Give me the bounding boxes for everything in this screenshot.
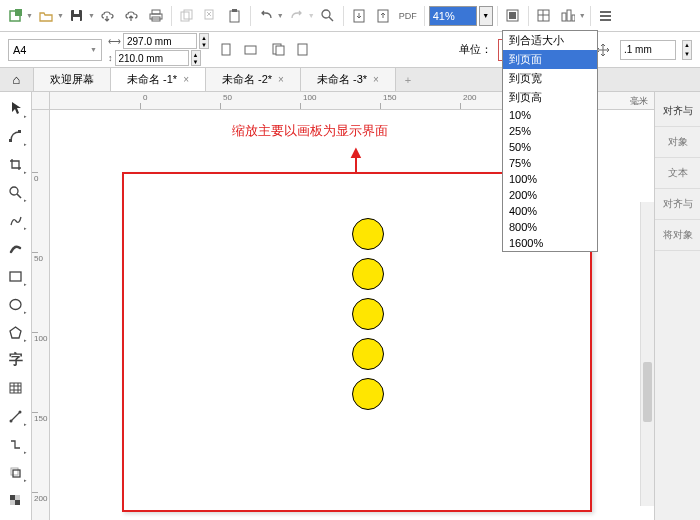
document-tab[interactable]: 未命名 -1*× bbox=[111, 68, 206, 91]
circle-shape[interactable] bbox=[352, 218, 384, 250]
nudge-input[interactable]: .1 mm bbox=[620, 40, 676, 60]
zoom-dropdown-button[interactable]: ▼ bbox=[479, 6, 493, 26]
annotation-text: 缩放主要以画板为显示界面 bbox=[232, 122, 388, 140]
zoom-option[interactable]: 25% bbox=[503, 123, 597, 139]
dimension-tool[interactable]: ▸ bbox=[4, 404, 28, 428]
connector-tool[interactable]: ▸ bbox=[4, 432, 28, 456]
docker-tab[interactable]: 对齐与 bbox=[655, 96, 700, 127]
circle-shape[interactable] bbox=[352, 378, 384, 410]
export-button[interactable] bbox=[372, 5, 394, 27]
transparency-tool[interactable] bbox=[4, 488, 28, 512]
cloud-up-button[interactable] bbox=[121, 5, 143, 27]
close-icon[interactable]: × bbox=[278, 74, 284, 85]
docker-tab[interactable]: 将对象 bbox=[655, 220, 700, 251]
artistic-media-tool[interactable] bbox=[4, 236, 28, 260]
shape-tool[interactable]: ▸ bbox=[4, 124, 28, 148]
docker-tab[interactable]: 对象 bbox=[655, 127, 700, 158]
svg-rect-28 bbox=[222, 44, 230, 55]
docker-tab[interactable]: 对齐与 bbox=[655, 189, 700, 220]
scrollbar-thumb[interactable] bbox=[643, 362, 652, 422]
fullscreen-button[interactable] bbox=[502, 5, 524, 27]
snap-dropdown-icon[interactable]: ▼ bbox=[579, 12, 586, 19]
save-button[interactable] bbox=[66, 5, 88, 27]
zoom-option[interactable]: 400% bbox=[503, 203, 597, 219]
pdf-button[interactable]: PDF bbox=[396, 5, 420, 27]
print-button[interactable] bbox=[145, 5, 167, 27]
save-dropdown-icon[interactable]: ▼ bbox=[88, 12, 95, 19]
search-button[interactable] bbox=[317, 5, 339, 27]
close-icon[interactable]: × bbox=[183, 74, 189, 85]
svg-rect-34 bbox=[18, 130, 21, 133]
vertical-scrollbar[interactable] bbox=[640, 202, 654, 506]
separator bbox=[171, 6, 172, 26]
svg-rect-9 bbox=[184, 10, 192, 19]
zoom-tool[interactable]: ▸ bbox=[4, 180, 28, 204]
zoom-option[interactable]: 到合适大小 bbox=[503, 31, 597, 50]
svg-rect-52 bbox=[10, 500, 15, 505]
import-button[interactable] bbox=[348, 5, 370, 27]
crop-tool[interactable]: ▸ bbox=[4, 152, 28, 176]
width-icon: ⟷ bbox=[108, 36, 121, 46]
width-spinner[interactable]: ▲▼ bbox=[199, 33, 209, 49]
freehand-tool[interactable]: ▸ bbox=[4, 208, 28, 232]
home-tab[interactable]: ⌂ bbox=[0, 68, 34, 91]
paste-button[interactable] bbox=[224, 5, 246, 27]
document-tab[interactable]: 未命名 -3*× bbox=[301, 68, 396, 91]
nudge-spinner[interactable]: ▲▼ bbox=[682, 40, 692, 60]
zoom-option[interactable]: 800% bbox=[503, 219, 597, 235]
effects-tool[interactable]: ▸ bbox=[4, 460, 28, 484]
zoom-option[interactable]: 50% bbox=[503, 139, 597, 155]
page-height-input[interactable]: 210.0 mm bbox=[115, 50, 189, 66]
vertical-ruler[interactable]: 050100150200 bbox=[32, 110, 50, 520]
zoom-option[interactable]: 1600% bbox=[503, 235, 597, 251]
page-width-input[interactable]: 297.0 mm bbox=[123, 33, 197, 49]
svg-rect-51 bbox=[15, 495, 20, 500]
zoom-option[interactable]: 到页面 bbox=[503, 50, 597, 69]
zoom-option[interactable]: 到页宽 bbox=[503, 69, 597, 88]
landscape-button[interactable] bbox=[239, 39, 261, 61]
table-tool[interactable] bbox=[4, 376, 28, 400]
document-tab[interactable]: 欢迎屏幕 bbox=[34, 68, 111, 91]
close-icon[interactable]: × bbox=[373, 74, 379, 85]
text-tool[interactable]: 字 bbox=[4, 348, 28, 372]
zoom-option[interactable]: 到页高 bbox=[503, 88, 597, 107]
ruler-corner[interactable] bbox=[32, 92, 50, 110]
ellipse-tool[interactable]: ▸ bbox=[4, 292, 28, 316]
rectangle-tool[interactable]: ▸ bbox=[4, 264, 28, 288]
zoom-input[interactable]: 41% bbox=[429, 6, 477, 26]
open-button[interactable] bbox=[35, 5, 57, 27]
height-spinner[interactable]: ▲▼ bbox=[191, 50, 201, 66]
svg-point-46 bbox=[19, 410, 22, 413]
zoom-option[interactable]: 10% bbox=[503, 107, 597, 123]
new-dropdown-icon[interactable]: ▼ bbox=[26, 12, 33, 19]
cut-button[interactable] bbox=[200, 5, 222, 27]
copy-button[interactable] bbox=[176, 5, 198, 27]
redo-button[interactable] bbox=[286, 5, 308, 27]
page-preset-select[interactable]: A4▼ bbox=[8, 39, 102, 61]
svg-rect-48 bbox=[13, 470, 20, 477]
redo-dropdown-icon[interactable]: ▼ bbox=[308, 12, 315, 19]
portrait-button[interactable] bbox=[215, 39, 237, 61]
cloud-down-button[interactable] bbox=[97, 5, 119, 27]
undo-dropdown-icon[interactable]: ▼ bbox=[277, 12, 284, 19]
options-button[interactable] bbox=[595, 5, 617, 27]
all-pages-button[interactable] bbox=[267, 39, 289, 61]
grid-button[interactable] bbox=[533, 5, 555, 27]
open-dropdown-icon[interactable]: ▼ bbox=[57, 12, 64, 19]
circle-shape[interactable] bbox=[352, 338, 384, 370]
document-tab[interactable]: 未命名 -2*× bbox=[206, 68, 301, 91]
pick-tool[interactable]: ▸ bbox=[4, 96, 28, 120]
zoom-option[interactable]: 75% bbox=[503, 155, 597, 171]
polygon-tool[interactable]: ▸ bbox=[4, 320, 28, 344]
current-page-button[interactable] bbox=[291, 39, 313, 61]
svg-point-35 bbox=[10, 187, 18, 195]
circle-shape[interactable] bbox=[352, 298, 384, 330]
snap-button[interactable] bbox=[557, 5, 579, 27]
new-button[interactable] bbox=[4, 5, 26, 27]
zoom-option[interactable]: 200% bbox=[503, 187, 597, 203]
add-tab-button[interactable]: + bbox=[396, 68, 420, 91]
circle-shape[interactable] bbox=[352, 258, 384, 290]
zoom-option[interactable]: 100% bbox=[503, 171, 597, 187]
undo-button[interactable] bbox=[255, 5, 277, 27]
docker-tab[interactable]: 文本 bbox=[655, 158, 700, 189]
